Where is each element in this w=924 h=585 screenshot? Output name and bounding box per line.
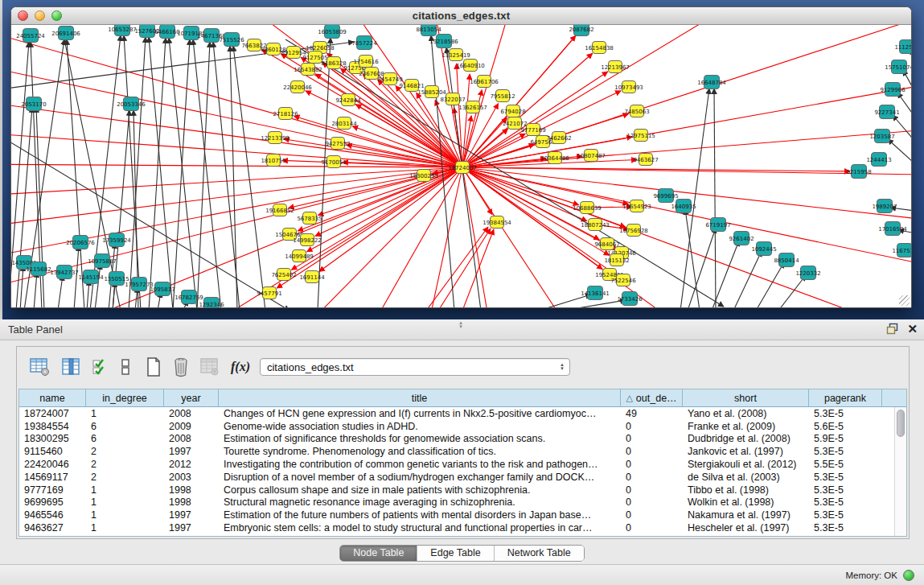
graph-edge[interactable]: [124, 35, 141, 307]
table-cell-name[interactable]: 18724007: [19, 408, 86, 419]
graph-node[interactable]: 16154838: [585, 42, 614, 54]
table-cell-short[interactable]: Wolkin et al. (1998): [683, 496, 809, 508]
network-window-titlebar[interactable]: citations_edges.txt: [11, 7, 911, 25]
graph-edge[interactable]: [58, 275, 63, 307]
graph-node[interactable]: 10807487: [577, 150, 606, 162]
table-cell-name[interactable]: 9465546: [19, 509, 86, 521]
column-header-pagerank[interactable]: pagerank: [809, 389, 882, 406]
column-header-short[interactable]: short: [683, 389, 809, 406]
split-pane-handle-icon[interactable]: ▴▾: [455, 320, 466, 326]
graph-node[interactable]: 20691406: [51, 27, 80, 40]
graph-node[interactable]: 1112504: [894, 40, 911, 54]
table-row[interactable]: 1830029562008Estimation of significance …: [19, 433, 906, 446]
graph-node[interactable]: 19384554: [483, 216, 511, 229]
table-cell-in_degree[interactable]: 1: [86, 484, 164, 496]
table-cell-in_degree[interactable]: 6: [86, 433, 164, 444]
graph-edge[interactable]: [462, 167, 579, 205]
table-cell-short[interactable]: Yano et al. (2008): [683, 408, 809, 419]
graph-node[interactable]: 13626157: [458, 101, 487, 113]
table-cell-out_de[interactable]: 0: [621, 484, 683, 496]
table-cell-in_degree[interactable]: 2: [86, 446, 164, 457]
graph-edge[interactable]: [307, 167, 462, 252]
zoom-traffic-light-icon[interactable]: [51, 10, 62, 21]
graph-edge[interactable]: [87, 280, 89, 307]
graph-edge[interactable]: [462, 25, 885, 167]
table-cell-pagerank[interactable]: 5.3E-5: [809, 522, 882, 534]
graph-node[interactable]: 1167533: [892, 244, 911, 257]
graph-edge[interactable]: [714, 89, 716, 307]
column-header-name[interactable]: name: [19, 389, 86, 406]
network-canvas[interactable]: 1872400776638228860128891295418226058912…: [11, 25, 911, 307]
table-cell-out_de[interactable]: 49: [621, 408, 683, 419]
graph-node[interactable]: 24055724: [16, 29, 45, 43]
graph-node[interactable]: 7955812: [490, 90, 515, 102]
graph-node[interactable]: 1092445: [751, 242, 776, 256]
table-cell-short[interactable]: Franke et al. (2009): [683, 421, 809, 432]
table-cell-out_de[interactable]: 0: [621, 472, 683, 483]
table-cell-pagerank[interactable]: 5.3E-5: [809, 484, 882, 496]
graph-node[interactable]: 2718126: [273, 108, 298, 120]
table-cell-pagerank[interactable]: 5.3E-5: [809, 446, 882, 457]
table-row[interactable]: 1938455462009Genome-wide association stu…: [19, 420, 906, 433]
table-cell-in_degree[interactable]: 6: [86, 421, 164, 432]
table-cell-in_degree[interactable]: 1: [86, 496, 164, 508]
table-cell-pagerank[interactable]: 5.3E-5: [809, 509, 882, 521]
vertical-scrollbar[interactable]: [894, 407, 906, 536]
graph-edge[interactable]: [11, 167, 462, 218]
graph-node[interactable]: 7625402: [271, 269, 296, 281]
table-row[interactable]: 946362711997Embryonic stem cells: a mode…: [19, 521, 906, 534]
network-view-window[interactable]: citations_edges.txt 18724007766382288601…: [10, 6, 912, 308]
table-cell-year[interactable]: 2008: [164, 433, 219, 444]
table-cell-title[interactable]: Estimation of the future numbers of pati…: [219, 509, 621, 521]
graph-node[interactable]: 14099489: [285, 250, 314, 262]
table-row[interactable]: 2242004622012Investigating the contribut…: [19, 458, 906, 471]
graph-node[interactable]: 20364486: [540, 152, 569, 164]
graph-node[interactable]: 10688639: [573, 202, 602, 214]
graph-node[interactable]: 7485063: [624, 105, 649, 117]
close-traffic-light-icon[interactable]: [18, 10, 28, 21]
graph-node[interactable]: 12213967: [601, 61, 630, 73]
graph-node[interactable]: 1691144: [299, 271, 325, 283]
graph-edge[interactable]: [230, 46, 237, 307]
graph-edge[interactable]: [462, 167, 911, 178]
graph-edge[interactable]: [233, 46, 265, 307]
graph-node[interactable]: 19218586: [429, 35, 458, 48]
table-cell-pagerank[interactable]: 5.9E-5: [809, 433, 882, 444]
table-row[interactable]: 1872400712008Changes of HCN gene express…: [19, 407, 906, 420]
table-cell-out_de[interactable]: 0: [621, 509, 683, 521]
table-cell-title[interactable]: Investigating the contribution of common…: [219, 459, 621, 470]
table-cell-year[interactable]: 2008: [164, 408, 219, 419]
graph-edge[interactable]: [733, 251, 762, 307]
table-cell-year[interactable]: 1997: [164, 509, 219, 521]
graph-node[interactable]: 13942737: [50, 266, 79, 279]
table-row[interactable]: 1456911722003Disruption of a novel membe…: [19, 471, 906, 484]
table-cell-pagerank[interactable]: 5.3E-5: [809, 408, 882, 419]
graph-node[interactable]: 5678335: [297, 212, 322, 225]
graph-edge[interactable]: [438, 229, 491, 307]
graph-edge[interactable]: [169, 38, 197, 307]
tab-edge-table[interactable]: Edge Table: [417, 546, 494, 561]
graph-edge[interactable]: [688, 228, 716, 307]
graph-node[interactable]: 9457791: [257, 287, 281, 299]
graph-node[interactable]: 1989207: [872, 200, 897, 213]
table-cell-out_de[interactable]: 0: [621, 496, 683, 508]
graph-node[interactable]: 9129966: [880, 83, 906, 97]
graph-node[interactable]: 17016504: [878, 222, 907, 236]
table-cell-short[interactable]: Jankovic et al. (1997): [683, 446, 809, 457]
table-cell-short[interactable]: Nakamura et al. (1997): [683, 509, 809, 521]
close-panel-icon[interactable]: ✕: [907, 323, 918, 335]
show-columns-icon[interactable]: [62, 355, 81, 379]
table-cell-in_degree[interactable]: 1: [86, 522, 164, 534]
graph-node[interactable]: 12975115: [626, 130, 655, 142]
table-cell-short[interactable]: Stergiakouli et al. (2012): [683, 459, 809, 470]
graph-node[interactable]: 6719197: [705, 218, 730, 232]
table-row[interactable]: 969969511998Structural magnetic resonanc…: [19, 496, 906, 509]
table-cell-short[interactable]: Tibbo et al. (1998): [683, 484, 809, 496]
table-cell-out_de[interactable]: 0: [621, 421, 683, 432]
table-cell-title[interactable]: Embryonic stem cells: a model to study s…: [219, 522, 621, 534]
table-cell-out_de[interactable]: 0: [621, 459, 683, 470]
table-cell-out_de[interactable]: 0: [621, 522, 683, 534]
graph-node[interactable]: 8850414: [774, 253, 799, 267]
graph-edge[interactable]: [355, 105, 462, 167]
table-cell-in_degree[interactable]: 2: [86, 472, 164, 483]
